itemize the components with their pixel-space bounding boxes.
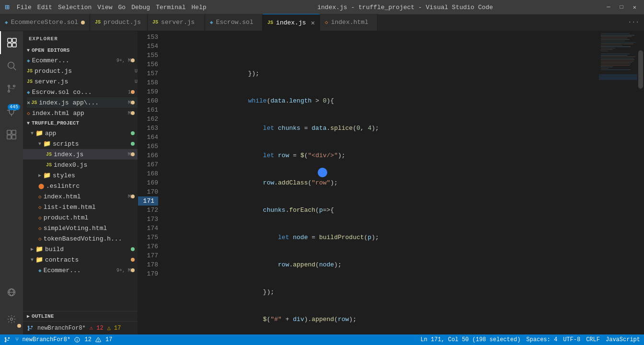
activity-extensions[interactable] — [0, 123, 23, 146]
folder-app[interactable]: ▼ 📁 app — [23, 128, 138, 138]
tab-label-product: product.js — [104, 19, 141, 26]
branch-name[interactable]: newBranchFor8* — [37, 325, 86, 332]
svg-point-22 — [31, 326, 32, 327]
activity-debug[interactable]: 445 — [0, 100, 23, 123]
folder-scripts[interactable]: ▼ 📁 scripts — [23, 138, 138, 149]
section-outline[interactable]: ▶ OUTLINE — [23, 311, 138, 321]
code-editor[interactable]: 153 154 155 156 157 158 159 160 161 162 … — [138, 31, 644, 334]
scrollbar-thumb[interactable] — [638, 50, 643, 89]
activity-git[interactable] — [0, 77, 23, 100]
status-position[interactable]: Ln 171, Col 50 (198 selected) — [421, 336, 521, 343]
tab-dot-ecommerce — [81, 21, 85, 24]
minimize-button[interactable]: ─ — [604, 3, 613, 12]
file-indexhtml[interactable]: ◇ index.html M — [23, 191, 138, 202]
file-badge: 9+, M — [116, 58, 131, 63]
file-ecommerce-contract[interactable]: ◆ Ecommer... 9+, M — [23, 265, 138, 276]
dot — [131, 142, 135, 146]
activity-search[interactable] — [0, 54, 23, 77]
folder-styles[interactable]: ▶ 📁 styles — [23, 170, 138, 181]
tab-icon-product: JS — [95, 20, 101, 25]
folder-name: scripts — [53, 140, 131, 148]
file-name: index.js app\... — [39, 99, 126, 106]
svg-point-53 — [8, 337, 9, 338]
activity-settings[interactable]: 1 — [0, 308, 23, 331]
menu-view[interactable]: View — [97, 4, 112, 11]
maximize-button[interactable]: □ — [617, 3, 626, 12]
branch-icon — [27, 325, 34, 332]
code-content[interactable]: }); while(data.length > 0){ let chunks =… — [162, 31, 599, 334]
status-encoding[interactable]: UTF-8 — [563, 336, 580, 343]
file-producthtml[interactable]: ◇ product.html — [23, 212, 138, 223]
svg-rect-42 — [601, 58, 633, 58]
file-icon: JS — [31, 100, 37, 105]
menu-go[interactable]: Go — [118, 4, 126, 11]
svg-point-51 — [5, 341, 6, 342]
folder-icon: 📁 — [35, 245, 43, 253]
svg-point-7 — [8, 85, 10, 87]
file-indexjs[interactable]: JS index.js M — [23, 149, 138, 160]
tab-icon-indexjs: JS — [267, 20, 273, 25]
close-icon[interactable]: ✕ — [27, 99, 30, 106]
outline-arrow: ▶ — [27, 313, 30, 319]
section-open-editors[interactable]: ▼ OPEN EDITORS — [23, 46, 138, 55]
activity-remote[interactable] — [0, 281, 23, 304]
window-controls: ─ □ ✕ — [604, 3, 639, 12]
svg-line-5 — [13, 68, 16, 70]
tab-escrow[interactable]: ◆ Escrow.sol — [205, 14, 263, 31]
file-name: index0.js — [54, 161, 138, 169]
file-name: tokenBasedVoting.h... — [44, 235, 138, 242]
status-language[interactable]: JavaScript — [606, 336, 640, 343]
svg-rect-16 — [12, 135, 16, 139]
open-editor-indexhtml[interactable]: ◇ index.html app M — [27, 108, 138, 118]
scrollbar-track[interactable] — [637, 31, 644, 334]
folder-name: build — [45, 246, 131, 253]
open-editor-indexjs[interactable]: ✕ JS index.js app\... M — [27, 97, 138, 108]
open-editor-server[interactable]: JS server.js U — [27, 76, 138, 87]
menu-file[interactable]: File — [17, 4, 32, 11]
file-listitemhtml[interactable]: ◇ list-item.html — [23, 202, 138, 212]
tab-product[interactable]: JS product.js — [90, 14, 148, 31]
arrow-icon: ▶ — [31, 246, 34, 252]
menu-debug[interactable]: Debug — [131, 4, 150, 11]
error-count[interactable]: ⚠ 12 — [90, 324, 104, 332]
tab-close-indexjs[interactable]: ✕ — [311, 19, 315, 27]
tab-indexhtml[interactable]: ◇ index.html — [320, 14, 378, 31]
file-icon: ◆ — [27, 89, 30, 95]
menu-help[interactable]: Help — [192, 4, 207, 11]
status-errors[interactable]: 12 — [74, 336, 92, 343]
file-name: .eslintrc — [46, 183, 138, 190]
open-editor-ecommerce[interactable]: ◆ Ecommer... 9+, M — [27, 55, 138, 66]
menu-selection[interactable]: Selection — [58, 4, 92, 11]
file-tokenvoting[interactable]: ◇ tokenBasedVoting.h... — [23, 233, 138, 244]
status-left: ⑂ newBranchFor8* 12 17 — [4, 336, 112, 343]
section-truffle-project[interactable]: ▼ TRUFFLE_PROJECT — [23, 118, 138, 128]
dot — [131, 152, 135, 156]
code-line-163: } — [162, 333, 599, 334]
file-simplevoting[interactable]: ◇ simpleVoting.html — [23, 223, 138, 233]
folder-contracts[interactable]: ▼ 📁 contracts — [23, 254, 138, 265]
tab-indexjs[interactable]: JS index.js ✕ — [263, 14, 320, 31]
tab-ecommerce[interactable]: ◆ EcommerceStore.sol — [0, 14, 90, 31]
file-eslintrc[interactable]: ⬤ .eslintrc — [23, 181, 138, 191]
open-editor-product[interactable]: JS product.js U — [27, 66, 138, 76]
tab-server[interactable]: JS server.js — [148, 14, 205, 31]
status-warnings[interactable]: 17 — [95, 336, 113, 343]
file-index0js[interactable]: JS index0.js — [23, 160, 138, 170]
menu-terminal[interactable]: Terminal — [156, 4, 185, 11]
open-editor-escrow[interactable]: ◆ Escrow.sol co... 1 — [27, 87, 138, 97]
tab-more-button[interactable]: ··· — [623, 14, 644, 31]
status-line-ending[interactable]: CRLF — [586, 336, 600, 343]
svg-point-57 — [77, 340, 78, 341]
status-branch[interactable]: ⑂ newBranchFor8* — [4, 336, 70, 343]
warning-count[interactable]: △ 17 — [107, 324, 121, 332]
activity-explorer[interactable] — [0, 31, 23, 54]
close-button[interactable]: ✕ — [630, 3, 639, 12]
menu-edit[interactable]: Edit — [37, 4, 52, 11]
status-spaces[interactable]: Spaces: 4 — [526, 336, 557, 343]
folder-build[interactable]: ▶ 📁 build — [23, 244, 138, 254]
svg-point-21 — [28, 326, 29, 327]
tab-bar: ◆ EcommerceStore.sol JS product.js JS se… — [0, 14, 644, 31]
svg-rect-37 — [601, 51, 608, 51]
svg-rect-38 — [599, 74, 637, 80]
code-line-161: }); — [162, 278, 599, 288]
